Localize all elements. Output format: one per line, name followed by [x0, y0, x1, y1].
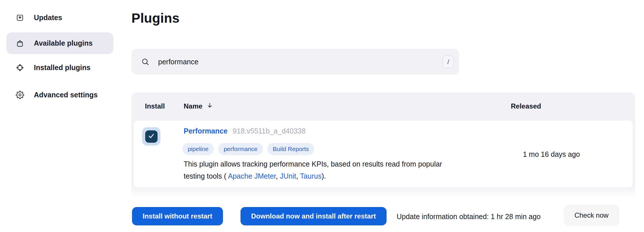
table-row: Performance 918.v5511b_a_d40338 pipeline… [134, 121, 633, 187]
gear-icon [16, 91, 24, 99]
plugin-description: This plugin allows tracking performance … [184, 158, 534, 182]
slash-shortcut-key: / [443, 55, 454, 68]
plugin-tag[interactable]: performance [218, 143, 263, 155]
plugin-version: 918.v5511b_a_d40338 [233, 127, 306, 135]
puzzle-icon [16, 63, 24, 72]
sidebar-item-label: Available plugins [34, 39, 93, 47]
install-without-restart-button[interactable]: Install without restart [132, 207, 223, 225]
plugin-description-text: , [276, 172, 280, 180]
plugin-search-bar: / [131, 49, 459, 75]
plugin-tags: pipelineperformanceBuild Reports [182, 143, 314, 155]
table-header-row: Install Name Released [131, 92, 635, 120]
search-icon [141, 57, 150, 66]
plugin-description-text: testing tools ( [184, 172, 228, 180]
available-plugins-table: Install Name Released Performance 918.v5… [131, 92, 635, 201]
plugin-tag[interactable]: pipeline [182, 143, 214, 155]
column-header-released[interactable]: Released [511, 92, 541, 120]
download-install-after-restart-button[interactable]: Download now and install after restart [240, 207, 387, 225]
plugin-description-link[interactable]: Taurus [300, 172, 321, 180]
plugin-description-line2: testing tools ( Apache JMeter, JUnit, Ta… [184, 170, 534, 182]
shopping-bag-icon [16, 39, 24, 47]
plugin-name-link[interactable]: Performance [184, 127, 228, 135]
sort-descending-icon [206, 102, 213, 111]
sidebar-item-advanced-settings[interactable]: Advanced settings [6, 84, 113, 106]
sidebar-item-installed-plugins[interactable]: Installed plugins [6, 57, 113, 78]
column-header-install: Install [145, 92, 165, 120]
sidebar-item-available-plugins[interactable]: Available plugins [6, 32, 113, 54]
download-icon [16, 13, 24, 22]
plugin-description-line1: This plugin allows tracking performance … [184, 158, 534, 170]
plugin-description-link[interactable]: Apache JMeter [228, 172, 276, 180]
page-title: Plugins [131, 10, 180, 26]
plugin-tag[interactable]: Build Reports [267, 143, 314, 155]
update-status-text: Update information obtained: 1 hr 28 min… [397, 212, 541, 221]
sidebar-item-updates[interactable]: Updates [6, 7, 113, 28]
column-header-name[interactable]: Name [184, 92, 213, 120]
check-now-button[interactable]: Check now [564, 205, 619, 226]
plugin-description-text: ). [321, 172, 326, 180]
plugin-released: 1 mo 16 days ago [523, 150, 580, 158]
plugin-description-text: , [296, 172, 300, 180]
plugin-description-link[interactable]: JUnit [280, 172, 296, 180]
sidebar-item-label: Installed plugins [34, 63, 90, 72]
sidebar-item-label: Updates [34, 13, 62, 22]
sidebar-item-label: Advanced settings [34, 91, 98, 99]
checkmark-icon [148, 132, 155, 141]
search-input[interactable] [158, 58, 411, 66]
footer-action-bar: Install without restart Download now and… [0, 198, 644, 232]
install-checkbox[interactable] [142, 127, 160, 146]
